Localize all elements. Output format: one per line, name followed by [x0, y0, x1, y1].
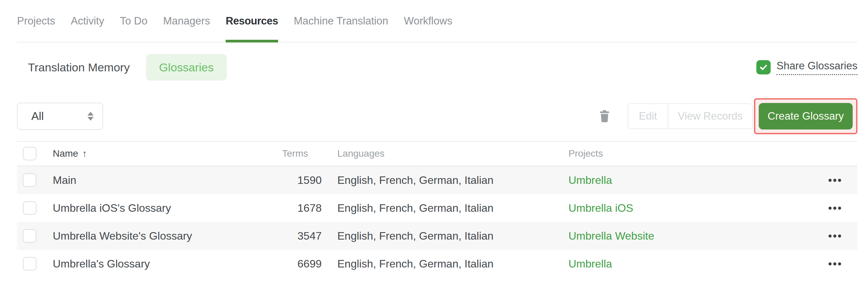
create-glossary-button[interactable]: Create Glossary	[759, 103, 853, 129]
tab-machine-translation[interactable]: Machine Translation	[294, 0, 388, 42]
glossary-terms-count: 6699	[271, 258, 322, 270]
project-link[interactable]: Umbrella iOS	[568, 202, 633, 214]
tab-activity[interactable]: Activity	[71, 0, 104, 42]
delete-glossary-button[interactable]	[599, 110, 610, 123]
column-header-name-label: Name	[53, 148, 78, 159]
column-header-terms[interactable]: Terms	[271, 148, 322, 159]
tab-projects[interactable]: Projects	[17, 0, 55, 42]
share-glossaries-label: Share Glossaries	[776, 60, 857, 75]
tab-projects-label: Projects	[17, 15, 55, 27]
glossary-languages: English, French, German, Italian	[322, 174, 551, 187]
table-header-row: Name ↑ Terms Languages Projects	[17, 142, 857, 166]
glossaries-toolbar: All Edit View Records Create Glossary	[17, 103, 857, 130]
dropdown-caret-icon	[87, 112, 94, 121]
row-menu-button[interactable]	[826, 175, 843, 185]
glossary-terms-count: 1590	[271, 174, 322, 187]
glossary-languages: English, French, German, Italian	[322, 230, 551, 242]
main-nav: Projects Activity To Do Managers Resourc…	[17, 0, 857, 42]
row-checkbox[interactable]	[23, 173, 36, 187]
resources-subnav: Translation Memory Glossaries Share Glos…	[17, 54, 857, 81]
table-row: Umbrella iOS's Glossary 1678 English, Fr…	[17, 194, 857, 222]
tab-todo[interactable]: To Do	[120, 0, 147, 42]
row-menu-button[interactable]	[826, 231, 843, 241]
row-checkbox[interactable]	[23, 257, 36, 271]
table-row: Main 1590 English, French, German, Itali…	[17, 166, 857, 194]
glossary-languages: English, French, German, Italian	[322, 258, 551, 270]
tab-todo-label: To Do	[120, 15, 147, 27]
row-menu-button[interactable]	[826, 259, 843, 269]
project-link[interactable]: Umbrella	[568, 174, 612, 186]
tab-workflows[interactable]: Workflows	[404, 0, 452, 42]
row-checkbox[interactable]	[23, 201, 36, 215]
column-header-projects[interactable]: Projects	[551, 148, 812, 159]
glossary-terms-count: 1678	[271, 202, 322, 214]
row-checkbox[interactable]	[23, 229, 36, 243]
tab-managers[interactable]: Managers	[163, 0, 210, 42]
glossary-terms-count: 3547	[271, 230, 322, 242]
glossary-languages: English, French, German, Italian	[322, 202, 551, 214]
glossaries-table: Name ↑ Terms Languages Projects Main 159…	[17, 141, 857, 278]
column-header-languages[interactable]: Languages	[322, 148, 551, 159]
trash-icon	[599, 110, 610, 123]
create-glossary-annotation: Create Glossary	[754, 98, 857, 134]
table-row: Umbrella Website's Glossary 3547 English…	[17, 222, 857, 250]
row-menu-button[interactable]	[826, 203, 843, 213]
tab-machine-translation-label: Machine Translation	[294, 15, 388, 27]
glossary-name: Main	[53, 174, 271, 187]
glossary-name: Umbrella's Glossary	[53, 258, 271, 270]
tab-resources[interactable]: Resources	[226, 0, 278, 42]
sort-ascending-icon: ↑	[82, 148, 87, 159]
toolbar-actions: Edit View Records Create Glossary	[599, 103, 857, 130]
tab-workflows-label: Workflows	[404, 15, 452, 27]
check-icon	[759, 63, 768, 72]
glossary-filter-select[interactable]: All	[17, 103, 103, 130]
tab-glossaries[interactable]: Glossaries	[146, 54, 227, 81]
view-records-button[interactable]: View Records	[668, 104, 752, 128]
project-link[interactable]: Umbrella Website	[568, 230, 654, 242]
column-header-name[interactable]: Name ↑	[53, 148, 271, 159]
glossary-name: Umbrella iOS's Glossary	[53, 202, 271, 214]
share-glossaries-toggle[interactable]: Share Glossaries	[756, 60, 857, 75]
selection-actions-group: Edit View Records	[628, 103, 753, 129]
table-row: Umbrella's Glossary 6699 English, French…	[17, 250, 857, 278]
glossaries-page: Projects Activity To Do Managers Resourc…	[17, 0, 857, 278]
tab-translation-memory[interactable]: Translation Memory	[28, 61, 130, 74]
tab-resources-label: Resources	[226, 15, 278, 27]
glossary-filter-value: All	[31, 110, 44, 123]
project-link[interactable]: Umbrella	[568, 258, 612, 270]
select-all-checkbox[interactable]	[23, 147, 36, 160]
tab-managers-label: Managers	[163, 15, 210, 27]
share-glossaries-checkbox[interactable]	[756, 60, 771, 74]
tab-activity-label: Activity	[71, 15, 104, 27]
edit-button[interactable]: Edit	[628, 104, 668, 128]
glossary-name: Umbrella Website's Glossary	[53, 230, 271, 242]
